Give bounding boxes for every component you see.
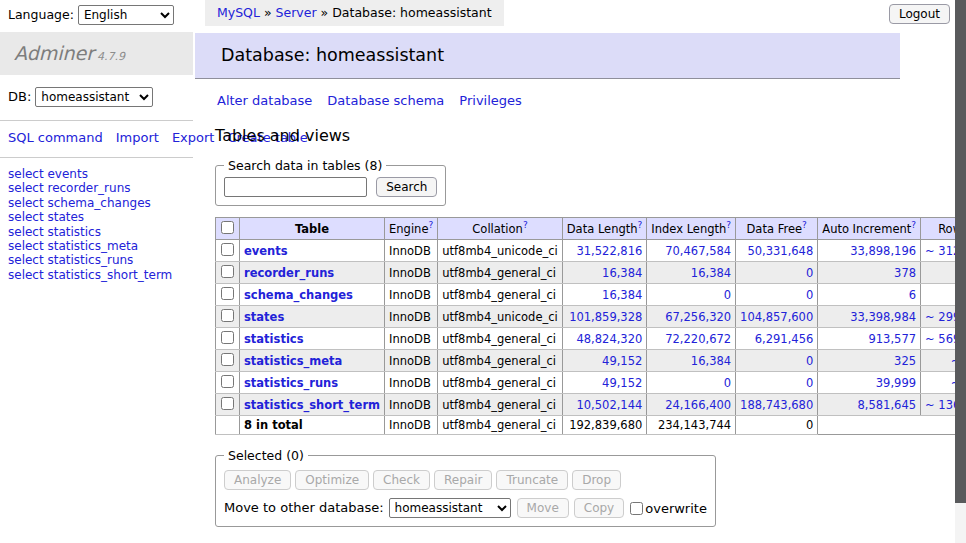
breadcrumb-server-link[interactable]: Server bbox=[276, 5, 317, 20]
sidebar-table-item: select statistics_runs bbox=[8, 254, 185, 267]
sidebar-table-item: select recorder_runs bbox=[8, 182, 185, 195]
repair-button[interactable]: Repair bbox=[434, 470, 492, 490]
row-checkbox[interactable] bbox=[221, 397, 234, 410]
index-length-link[interactable]: 70,467,584 bbox=[665, 244, 731, 258]
help-link[interactable]: ? bbox=[638, 220, 643, 230]
index-length-link[interactable]: 0 bbox=[724, 288, 731, 302]
index-length-link[interactable]: 16,384 bbox=[691, 354, 731, 368]
data-free-link[interactable]: 104,857,600 bbox=[740, 310, 813, 324]
help-link[interactable]: ? bbox=[911, 220, 916, 230]
search-button[interactable]: Search bbox=[376, 177, 437, 197]
sidebar-select-link[interactable]: select recorder_runs bbox=[8, 181, 131, 195]
sidebar-table-item: select statistics bbox=[8, 226, 185, 239]
table-name-link[interactable]: statistics bbox=[244, 332, 304, 346]
row-checkbox[interactable] bbox=[221, 243, 234, 256]
help-link[interactable]: ? bbox=[428, 220, 433, 230]
row-checkbox[interactable] bbox=[221, 375, 234, 388]
index-length-link[interactable]: 0 bbox=[724, 376, 731, 390]
selected-buttons-row: AnalyzeOptimizeCheckRepairTruncateDrop bbox=[224, 470, 707, 490]
move-db-select[interactable]: homeassistant bbox=[389, 498, 511, 518]
table-name-link[interactable]: statistics_meta bbox=[244, 354, 342, 368]
index-length-link[interactable]: 72,220,672 bbox=[665, 332, 731, 346]
help-link[interactable]: ? bbox=[523, 220, 528, 230]
sidebar-select-link[interactable]: select statistics_short_term bbox=[8, 268, 172, 282]
data-free-link[interactable]: 0 bbox=[806, 288, 813, 302]
auto-increment-link[interactable]: 33,398,984 bbox=[850, 310, 916, 324]
auto-increment-cell: 8,581,645 bbox=[818, 394, 921, 416]
language-select[interactable]: English bbox=[78, 5, 174, 25]
analyze-button[interactable]: Analyze bbox=[224, 470, 291, 490]
row-checkbox[interactable] bbox=[221, 353, 234, 366]
index-length-link[interactable]: 67,256,320 bbox=[665, 310, 731, 324]
scrollbar-thumb[interactable] bbox=[955, 0, 966, 503]
engine-cell: InnoDB bbox=[385, 328, 438, 350]
row-check-cell bbox=[216, 284, 240, 306]
data-free-link[interactable]: 188,743,680 bbox=[740, 398, 813, 412]
column-header-engine: Engine? bbox=[385, 218, 438, 240]
search-input[interactable] bbox=[224, 177, 367, 197]
sidebar-select-link[interactable]: select statistics bbox=[8, 225, 101, 239]
help-link[interactable]: ? bbox=[802, 220, 807, 230]
data-length-cell: 49,152 bbox=[562, 372, 647, 394]
data-length-link[interactable]: 31,522,816 bbox=[576, 244, 642, 258]
sidebar-select-link[interactable]: select states bbox=[8, 210, 84, 224]
auto-increment-link[interactable]: 325 bbox=[894, 354, 916, 368]
data-free-link[interactable]: 0 bbox=[806, 266, 813, 280]
copy-button[interactable]: Copy bbox=[574, 498, 624, 518]
row-checkbox[interactable] bbox=[221, 265, 234, 278]
database-schema-link[interactable]: Database schema bbox=[327, 93, 444, 108]
table-name-link[interactable]: statistics_runs bbox=[244, 376, 338, 390]
data-length-link[interactable]: 49,152 bbox=[602, 354, 642, 368]
sql-command-link[interactable]: SQL command bbox=[8, 130, 103, 145]
data-length-link[interactable]: 48,824,320 bbox=[576, 332, 642, 346]
data-length-link[interactable]: 10,502,144 bbox=[576, 398, 642, 412]
breadcrumb-mysql-link[interactable]: MySQL bbox=[217, 5, 260, 20]
optimize-button[interactable]: Optimize bbox=[295, 470, 369, 490]
auto-increment-link[interactable]: 378 bbox=[894, 266, 916, 280]
sidebar-select-link[interactable]: select statistics_meta bbox=[8, 239, 138, 253]
help-link[interactable]: ? bbox=[726, 220, 731, 230]
overwrite-checkbox[interactable] bbox=[630, 502, 643, 515]
move-button[interactable]: Move bbox=[517, 498, 569, 518]
row-checkbox[interactable] bbox=[221, 331, 234, 344]
data-free-link[interactable]: 0 bbox=[806, 354, 813, 368]
sidebar-select-link[interactable]: select statistics_runs bbox=[8, 253, 133, 267]
row-checkbox[interactable] bbox=[221, 309, 234, 322]
auto-increment-link[interactable]: 6 bbox=[909, 288, 916, 302]
table-name-link[interactable]: schema_changes bbox=[244, 288, 353, 302]
auto-increment-link[interactable]: 913,577 bbox=[868, 332, 916, 346]
data-length-link[interactable]: 16,384 bbox=[602, 288, 642, 302]
sidebar-select-link[interactable]: select schema_changes bbox=[8, 196, 151, 210]
auto-increment-link[interactable]: 8,581,645 bbox=[858, 398, 917, 412]
row-checkbox[interactable] bbox=[221, 287, 234, 300]
auto-increment-link[interactable]: 39,999 bbox=[876, 376, 916, 390]
table-row: statisticsInnoDButf8mb4_general_ci48,824… bbox=[216, 328, 966, 350]
db-select[interactable]: homeassistant bbox=[35, 87, 153, 107]
data-length-link[interactable]: 16,384 bbox=[602, 266, 642, 280]
index-length-link[interactable]: 24,166,400 bbox=[665, 398, 731, 412]
check-button[interactable]: Check bbox=[373, 470, 430, 490]
index-length-link[interactable]: 16,384 bbox=[691, 266, 731, 280]
table-name-link[interactable]: states bbox=[244, 310, 284, 324]
data-free-link[interactable]: 50,331,648 bbox=[747, 244, 813, 258]
data-length-link[interactable]: 49,152 bbox=[602, 376, 642, 390]
table-name-link[interactable]: recorder_runs bbox=[244, 266, 334, 280]
table-name-link[interactable]: statistics_short_term bbox=[244, 398, 380, 412]
privileges-link[interactable]: Privileges bbox=[459, 93, 522, 108]
selected-fieldset: Selected (0) AnalyzeOptimizeCheckRepairT… bbox=[215, 448, 716, 527]
page-scrollbar[interactable] bbox=[955, 0, 966, 543]
alter-database-link[interactable]: Alter database bbox=[217, 93, 312, 108]
data-free-cell: 6,291,456 bbox=[736, 328, 818, 350]
drop-button[interactable]: Drop bbox=[572, 470, 621, 490]
table-name-link[interactable]: events bbox=[244, 244, 288, 258]
data-free-link[interactable]: 0 bbox=[806, 376, 813, 390]
data-free-link[interactable]: 6,291,456 bbox=[755, 332, 814, 346]
sidebar-select-link[interactable]: select events bbox=[8, 167, 88, 181]
overwrite-label[interactable]: overwrite bbox=[645, 501, 707, 516]
truncate-button[interactable]: Truncate bbox=[496, 470, 568, 490]
select-all-checkbox[interactable] bbox=[221, 221, 234, 234]
logout-button[interactable]: Logout bbox=[889, 4, 950, 24]
auto-increment-link[interactable]: 33,898,196 bbox=[850, 244, 916, 258]
data-length-link[interactable]: 101,859,328 bbox=[569, 310, 642, 324]
import-link[interactable]: Import bbox=[116, 130, 159, 145]
